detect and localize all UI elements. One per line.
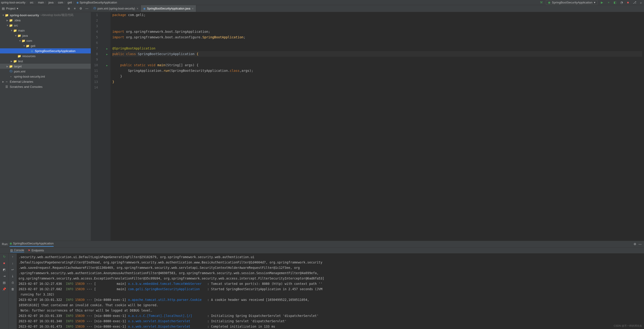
tree-arrow[interactable] — [2, 80, 5, 83]
breadcrumb-item[interactable]: ◉SpringBootSecurityApplication — [76, 1, 117, 4]
code-line[interactable]: public class SpringBootSecurityApplicati… — [112, 51, 642, 57]
gutter-mark[interactable] — [102, 73, 108, 79]
run-config-selector[interactable]: ◉ SpringBootSecurityApplication ▾ — [546, 0, 598, 5]
tree-node[interactable]: ◉SpringBootSecurityApplication — [0, 48, 91, 54]
code-area[interactable]: package com.geli;import org.springframew… — [110, 12, 644, 241]
project-tree[interactable]: 📁spring-boot-security~/develop tools/项目代… — [0, 12, 91, 241]
pin-icon[interactable]: 📌 — [2, 287, 6, 291]
tree-node[interactable]: 📁com — [0, 38, 91, 43]
gutter-marks[interactable]: ▶▶▶ — [101, 12, 110, 241]
breadcrumb-item[interactable]: com — [58, 1, 63, 4]
gutter-mark[interactable]: ▶ — [102, 46, 108, 51]
breadcrumb-item[interactable]: main — [38, 1, 44, 4]
layout-icon[interactable]: ▤ — [2, 280, 6, 285]
code-line[interactable] — [112, 23, 642, 29]
gutter-mark[interactable]: ▶ — [102, 62, 108, 68]
tree-node[interactable]: 📁geli — [0, 43, 91, 48]
tree-arrow[interactable] — [23, 45, 26, 47]
editor-tab[interactable]: ⓜpom.xml (spring-boot-security)× — [91, 5, 141, 12]
minimize-icon[interactable]: — — [638, 242, 642, 246]
exit-icon[interactable]: ⇥ — [2, 274, 6, 278]
gutter-mark[interactable] — [102, 79, 108, 85]
camera-icon[interactable]: ◩ — [2, 267, 6, 272]
tree-node[interactable]: ☰Scratches and Consoles — [0, 84, 91, 89]
run-subtab[interactable]: ▤Console — [10, 249, 24, 252]
tree-node[interactable]: 📁.idea — [0, 18, 91, 23]
code-line[interactable]: } — [112, 73, 642, 79]
scroll-end-icon[interactable]: ⤓ — [11, 274, 15, 278]
code-line[interactable]: package com.geli; — [112, 12, 642, 18]
code-line[interactable]: SpringApplication.run(SpringBootSecurity… — [112, 68, 642, 73]
gutter-mark[interactable] — [102, 85, 108, 90]
close-icon[interactable]: × — [192, 7, 194, 11]
up-icon[interactable]: ↑ — [11, 254, 15, 259]
stop-icon[interactable]: ■ — [626, 1, 630, 5]
select-opened-icon[interactable]: ⊕ — [67, 7, 71, 11]
tree-node[interactable]: 📁target — [0, 64, 91, 69]
gutter-mark[interactable] — [102, 12, 108, 18]
gutter-mark[interactable] — [102, 18, 108, 23]
tree-arrow[interactable] — [2, 14, 5, 17]
profiler-icon[interactable]: ◔ — [620, 1, 624, 5]
breadcrumb-item[interactable]: java — [48, 1, 54, 4]
stop-icon[interactable]: ■ — [2, 261, 6, 265]
code-line[interactable]: public static void main(String[] args) { — [112, 62, 642, 68]
run-icon[interactable]: ▶ — [600, 1, 604, 5]
code-line[interactable]: import org.springframework.boot.SpringAp… — [112, 29, 642, 34]
gutter-mark[interactable] — [102, 23, 108, 29]
search-icon[interactable]: ⌕ — [639, 1, 643, 5]
tree-arrow[interactable] — [14, 34, 17, 37]
tree-arrow[interactable] — [6, 65, 9, 68]
breadcrumb-item[interactable]: src — [30, 1, 34, 4]
code-line[interactable] — [112, 40, 642, 46]
rerun-icon[interactable]: ↻ — [2, 254, 6, 259]
editor-body[interactable]: 1234567891011121314 ▶▶▶ package com.geli… — [91, 12, 644, 241]
gutter-mark[interactable] — [102, 34, 108, 40]
tree-node[interactable]: ▫spring-boot-security.iml — [0, 74, 91, 79]
print-icon[interactable]: ⎙ — [11, 280, 15, 285]
code-line[interactable] — [112, 18, 642, 23]
gear-icon[interactable]: ⚙ — [633, 242, 637, 246]
gutter-mark[interactable]: ▶ — [102, 51, 108, 57]
code-line[interactable]: import org.springframework.boot.autoconf… — [112, 34, 642, 40]
gutter-mark[interactable] — [102, 57, 108, 62]
tree-arrow[interactable] — [10, 60, 13, 63]
wrap-icon[interactable]: ↩ — [11, 267, 15, 272]
tree-node[interactable]: 📁main — [0, 28, 91, 33]
console-output[interactable]: .security.web.authentication.ui.DefaultL… — [17, 253, 644, 329]
code-line[interactable] — [112, 57, 642, 62]
debug-icon[interactable]: ⌖ — [606, 1, 610, 5]
tree-node[interactable]: 📁java — [0, 33, 91, 38]
code-line[interactable]: @SpringBootApplication — [112, 46, 642, 51]
close-icon[interactable]: × — [136, 7, 138, 11]
tree-arrow[interactable] — [18, 40, 21, 42]
git-icon[interactable]: ⎇ — [632, 1, 636, 5]
down-icon[interactable]: ↓ — [11, 261, 15, 265]
tree-arrow[interactable] — [6, 19, 9, 22]
project-title[interactable]: ▤ Project ▾ — [2, 7, 18, 10]
gutter-mark[interactable] — [102, 40, 108, 46]
code-line[interactable] — [112, 85, 642, 90]
gutter-mark[interactable] — [102, 29, 108, 34]
breadcrumb-item[interactable]: spring-boot-security — [1, 1, 25, 4]
tree-arrow[interactable] — [10, 29, 13, 32]
breadcrumb-item[interactable]: geli — [68, 1, 72, 4]
gear-icon[interactable]: ⚙ — [79, 7, 83, 11]
tree-node[interactable]: 📁spring-boot-security~/develop tools/项目代… — [0, 13, 91, 18]
hammer-icon[interactable]: ⚒ — [539, 1, 544, 5]
tree-node[interactable]: 📁resources — [0, 54, 91, 59]
tree-node[interactable]: 📁src — [0, 23, 91, 28]
run-config-tab[interactable]: ◉ SpringBootSecurityApplication — [10, 242, 54, 247]
tree-node[interactable]: ⎓External Libraries — [0, 79, 91, 84]
trash-icon[interactable]: 🗑 — [11, 287, 15, 291]
code-line[interactable]: } — [112, 79, 642, 85]
run-subtab[interactable]: ⚑Endpoints — [28, 249, 44, 252]
editor-tab[interactable]: ◉SpringBootSecurityApplication.java× — [141, 5, 196, 12]
minimize-icon[interactable]: — — [85, 7, 89, 11]
tree-arrow[interactable] — [6, 24, 9, 27]
gutter-mark[interactable] — [102, 68, 108, 73]
tree-node[interactable]: ⓜpom.xml — [0, 69, 91, 74]
coverage-icon[interactable]: ◧ — [613, 1, 617, 5]
tree-node[interactable]: 📁test — [0, 59, 91, 64]
expand-all-icon[interactable]: ≡ — [73, 7, 77, 11]
